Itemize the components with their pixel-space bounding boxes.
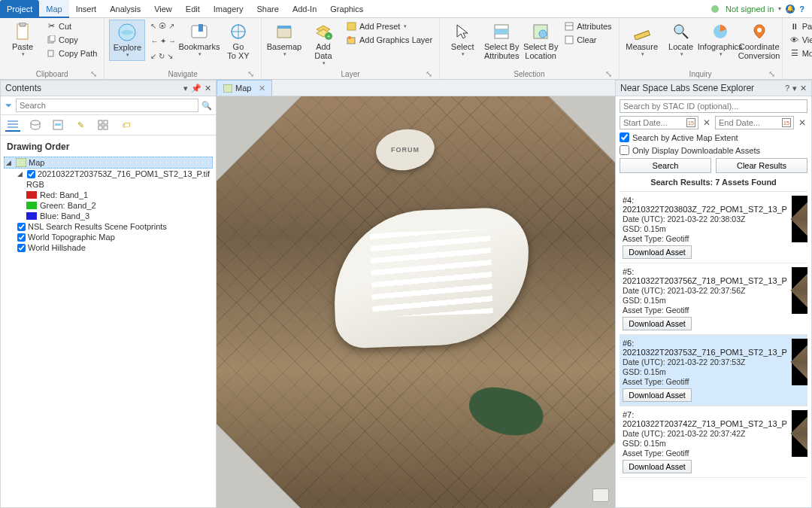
tab-share[interactable]: Share [250, 0, 286, 18]
filter-icon[interactable]: ⏷ [5, 101, 13, 110]
tab-addin[interactable]: Add-In [286, 0, 323, 18]
help-icon[interactable]: ? [785, 84, 789, 93]
tab-insert[interactable]: Insert [69, 0, 104, 18]
explore-button[interactable]: Explore [109, 20, 145, 61]
dropdown-icon[interactable]: ▾ [792, 84, 797, 93]
add-data-button[interactable]: +Add Data [305, 20, 341, 68]
select-by-attributes-button[interactable]: Select By Attributes [483, 20, 520, 62]
infographics-button[interactable]: Infographics [702, 20, 738, 59]
tree-topo-item[interactable]: World Topographic Map [16, 232, 213, 242]
sign-in-link[interactable]: Not signed in [726, 5, 774, 14]
locate-button[interactable]: Locate [663, 20, 699, 59]
search-button[interactable]: Search [620, 158, 711, 173]
snapping-view-icon[interactable] [95, 118, 111, 132]
svg-point-37 [31, 120, 40, 125]
attributes-button[interactable]: Attributes [562, 20, 614, 32]
tab-analysis[interactable]: Analysis [103, 0, 147, 18]
clear-end-date-icon[interactable]: ✕ [797, 117, 807, 128]
navigate-expander-icon[interactable]: ⤡ [247, 69, 254, 79]
more-button[interactable]: ☰More [787, 47, 812, 59]
results-list[interactable]: #4: 20210322T203803Z_722_POM1_ST2_13_PDa… [620, 191, 807, 504]
view-unplaced-button[interactable]: 👁View Unplaced [787, 33, 812, 46]
tab-imagery[interactable]: Imagery [207, 0, 250, 18]
clear-start-date-icon[interactable]: ✕ [701, 117, 712, 128]
layer-checkbox[interactable] [17, 233, 26, 242]
dropdown-icon[interactable]: ▾ [183, 84, 188, 93]
asset-result[interactable]: #7: 20210322T203742Z_713_POM1_ST2_13_PDa… [620, 406, 807, 478]
data-source-icon[interactable] [28, 118, 43, 132]
tree-hillshade-item[interactable]: World Hillshade [16, 242, 213, 253]
pause-button[interactable]: ⏸Pause [787, 20, 812, 32]
band-blue: Blue: Band_3 [26, 211, 213, 221]
close-icon[interactable]: ✕ [800, 84, 807, 93]
asset-result[interactable]: #5: 20210322T203756Z_718_POM1_ST2_13_PDa… [620, 263, 807, 335]
download-asset-button[interactable]: Download Asset [623, 317, 692, 330]
tree-raster-item[interactable]: ◢20210322T203753Z_716_POM1_ST2_13_P.tif [16, 169, 213, 179]
clear-button[interactable]: Clear [562, 33, 614, 46]
tab-graphics[interactable]: Graphics [323, 0, 370, 18]
copy-path-button[interactable]: Copy Path [44, 47, 99, 59]
group-labeling: ⏸Pause 👁View Unplaced ☰More 🔒Lock Conver… [783, 18, 812, 80]
pin-icon[interactable]: 📌 [191, 84, 201, 93]
extent-checkbox[interactable] [620, 132, 629, 142]
layer-expander-icon[interactable]: ⤡ [426, 69, 432, 79]
goto-xy-button[interactable]: Go To XY [220, 20, 256, 62]
tab-project[interactable]: Project [0, 0, 39, 18]
tab-view[interactable]: View [147, 0, 179, 18]
measure-button[interactable]: Measure [624, 20, 660, 59]
nav-arrows-top[interactable]: ↖ ⦿ ↗ [148, 20, 178, 32]
bookmarks-button[interactable]: Bookmarks [181, 20, 217, 59]
drawing-order-icon[interactable] [5, 118, 20, 132]
inquiry-expander-icon[interactable]: ⤡ [768, 69, 775, 79]
calendar-icon[interactable]: 15 [686, 118, 695, 127]
search-by-extent-row[interactable]: Search by Active Map Extent [620, 132, 807, 142]
downloadable-only-row[interactable]: Only Display Downloadable Assets [620, 145, 807, 155]
add-graphics-layer-button[interactable]: Add Graphics Layer [344, 33, 435, 46]
group-clipboard: Paste ✂Cut Copy Copy Path Clipboard⤡ [0, 18, 105, 80]
tree-footprints-item[interactable]: NSL Search Results Scene Footprints [16, 221, 213, 232]
clipboard-expander-icon[interactable]: ⤡ [90, 69, 97, 79]
select-button[interactable]: Select [444, 20, 480, 59]
map-tab-close-icon[interactable]: ✕ [259, 84, 265, 93]
search-icon[interactable]: 🔍 [201, 101, 212, 111]
search-input[interactable] [16, 99, 198, 112]
download-asset-button[interactable]: Download Asset [623, 245, 692, 259]
nav-arrows-bot[interactable]: ↙ ↻ ↘ [148, 50, 178, 62]
basemap-button[interactable]: Basemap [266, 20, 302, 59]
selection-view-icon[interactable] [50, 118, 65, 132]
tab-map[interactable]: Map [39, 0, 68, 18]
labeling-view-icon[interactable]: 🏷 [118, 118, 133, 132]
download-asset-button[interactable]: Download Asset [623, 388, 692, 402]
map-scale-icon[interactable] [592, 488, 609, 502]
copy-button[interactable]: Copy [44, 33, 99, 46]
paste-button[interactable]: Paste [5, 20, 41, 59]
notifications-icon[interactable]: 🔔 [786, 5, 795, 14]
select-by-location-button[interactable]: Select By Location [523, 20, 559, 62]
download-asset-button[interactable]: Download Asset [623, 460, 692, 473]
asset-result[interactable]: #6: 20210322T203753Z_716_POM1_ST2_13_PDa… [620, 335, 807, 406]
cut-button[interactable]: ✂Cut [44, 20, 99, 32]
downloadable-checkbox[interactable] [620, 145, 629, 155]
selection-expander-icon[interactable]: ⤡ [605, 69, 612, 79]
map-view[interactable] [217, 96, 615, 508]
tab-edit[interactable]: Edit [179, 0, 207, 18]
add-preset-button[interactable]: Add Preset [344, 20, 435, 32]
more-icon: ☰ [789, 48, 800, 59]
calendar-icon[interactable]: 15 [782, 118, 791, 127]
help-icon[interactable]: ? [799, 5, 804, 14]
svg-rect-11 [277, 27, 291, 38]
layer-checkbox[interactable] [17, 223, 26, 231]
map-tab[interactable]: Map✕ [217, 80, 272, 96]
clear-results-button[interactable]: Clear Results [716, 158, 807, 173]
nav-arrows-mid[interactable]: ← ✦ → [148, 35, 178, 47]
editing-view-icon[interactable]: ✎ [73, 118, 88, 132]
close-icon[interactable]: ✕ [205, 84, 211, 93]
coordinate-conversion-button[interactable]: Coordinate Conversion [741, 20, 777, 62]
layer-checkbox[interactable] [17, 244, 26, 252]
asset-result[interactable]: #4: 20210322T203803Z_722_POM1_ST2_13_PDa… [620, 192, 807, 263]
map-tab-icon [223, 84, 232, 93]
stac-id-input[interactable] [620, 99, 807, 113]
tree-map-item[interactable]: ◢Map [4, 157, 213, 169]
raster-checkbox[interactable] [27, 170, 35, 178]
svg-point-31 [757, 28, 762, 32]
